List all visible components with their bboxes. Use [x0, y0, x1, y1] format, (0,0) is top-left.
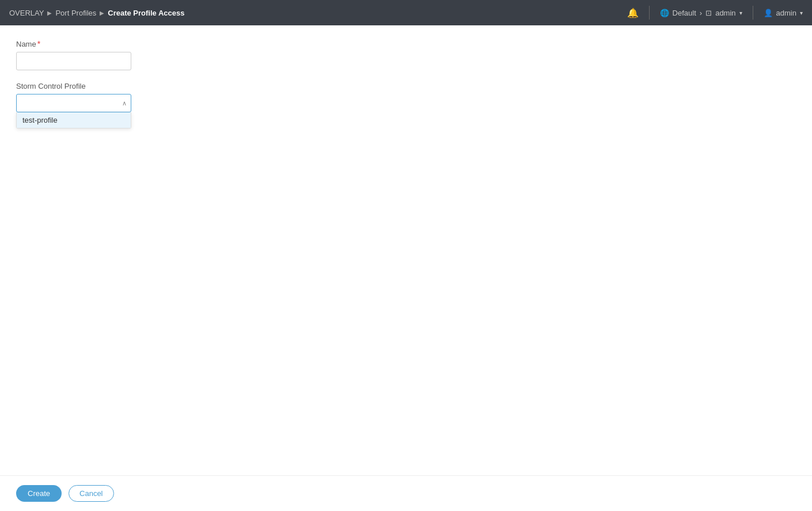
storm-control-dropdown-list: test-profile: [16, 112, 131, 128]
breadcrumb-chevron-2: ▶: [100, 10, 104, 16]
nav-separator-1: [649, 6, 650, 20]
workspace-label: Default: [673, 9, 696, 17]
folder-icon: ⊡: [705, 9, 712, 17]
name-field-group: Name *: [16, 39, 796, 70]
nav-separator-2: [753, 6, 753, 20]
nav-right: 🔔 🌐 Default › ⊡ admin ▾ 👤 admin ▾: [627, 6, 803, 20]
main-content: Name * Storm Control Profile ∧ test-prof…: [0, 25, 812, 511]
workspace-chevron: ›: [700, 9, 702, 17]
dropdown-option-test-profile[interactable]: test-profile: [17, 112, 131, 128]
storm-control-dropdown-wrapper: ∧ test-profile: [16, 94, 131, 112]
breadcrumb-chevron-1: ▶: [47, 10, 52, 16]
breadcrumb-current: Create Profile Access: [108, 9, 184, 17]
storm-control-label: Storm Control Profile: [16, 82, 796, 90]
user-icon: 👤: [764, 9, 773, 17]
name-input[interactable]: [16, 52, 131, 70]
bell-icon[interactable]: 🔔: [627, 7, 639, 18]
name-required-marker: *: [37, 39, 40, 48]
create-button[interactable]: Create: [16, 485, 62, 502]
user-menu[interactable]: 👤 admin ▾: [764, 9, 803, 17]
cancel-button[interactable]: Cancel: [69, 485, 113, 502]
breadcrumb: OVERLAY ▶ Port Profiles ▶ Create Profile…: [9, 9, 627, 17]
navbar: OVERLAY ▶ Port Profiles ▶ Create Profile…: [0, 0, 812, 25]
admin-chevron-down-icon: ▾: [739, 10, 742, 16]
user-label: admin: [776, 9, 796, 17]
breadcrumb-port-profiles[interactable]: Port Profiles: [55, 9, 96, 17]
name-label-text: Name: [16, 40, 36, 48]
name-label: Name *: [16, 39, 796, 48]
user-chevron-down-icon: ▾: [800, 10, 803, 16]
footer-bar: Create Cancel: [0, 475, 812, 511]
storm-control-field-group: Storm Control Profile ∧ test-profile: [16, 82, 796, 112]
storm-control-label-text: Storm Control Profile: [16, 82, 86, 90]
globe-icon: 🌐: [660, 9, 669, 17]
storm-control-input[interactable]: [16, 94, 131, 112]
admin-dropdown-label: admin: [715, 9, 735, 17]
form-area: Name * Storm Control Profile ∧ test-prof…: [0, 25, 812, 475]
breadcrumb-overlay[interactable]: OVERLAY: [9, 9, 44, 17]
workspace-selector[interactable]: 🌐 Default › ⊡ admin ▾: [660, 9, 742, 17]
